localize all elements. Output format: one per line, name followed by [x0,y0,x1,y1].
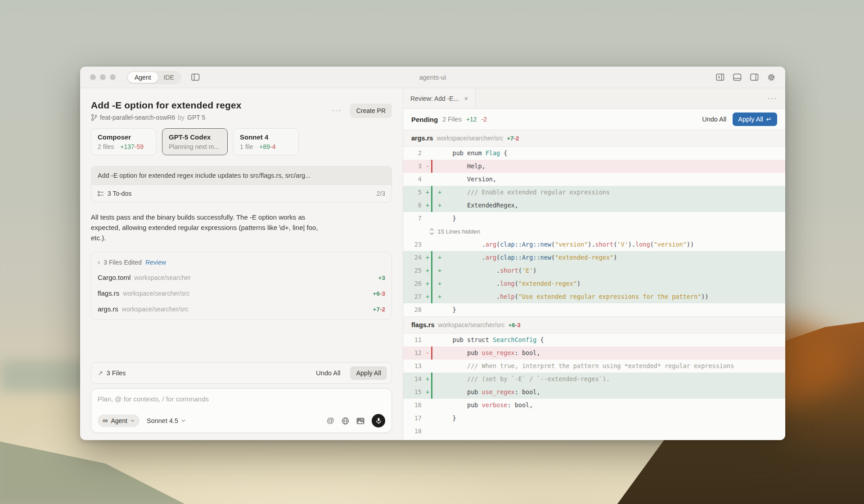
image-icon[interactable] [356,418,364,424]
code-token: } [438,306,456,313]
line-number: 28 [403,303,424,316]
code-text: } [432,412,785,425]
line-change-marker: + [424,277,431,290]
code-token: use_regex [482,388,515,396]
sidebar-toggle-icon[interactable] [191,73,200,81]
close-tab-icon[interactable]: × [464,94,468,102]
agent-mode-dropdown[interactable]: ∞ Agent [98,414,140,427]
todos-progress: 2/3 [377,190,385,197]
maximize-window-button[interactable] [110,74,116,80]
mention-icon[interactable]: @ [327,416,334,425]
diff-count: +7 [373,306,380,313]
diff-area[interactable]: args.rsworkspace/searcher/src+7-22 pub e… [403,130,785,440]
review-undo-all-button[interactable]: Undo All [702,116,726,123]
agent-card[interactable]: Composer2 files·+137-59 [91,128,157,155]
agent-card[interactable]: GPT-5 CodexPlanning next m... [162,128,228,155]
review-apply-all-button[interactable]: Apply All ↵ [733,112,777,126]
diff-count: -2 [380,306,385,313]
diff-count: +6 [508,322,515,328]
review-link[interactable]: Review [145,259,166,266]
close-window-button[interactable] [90,74,96,80]
line-change-marker [424,212,431,225]
more-options-icon[interactable]: ··· [332,106,342,115]
code-token: . [441,254,486,261]
composer-input[interactable] [98,395,385,403]
edited-file-row[interactable]: Cargo.tomlworkspace/searcher+3 [91,270,392,285]
edited-file-name: flags.rs [98,289,119,297]
minimize-window-button[interactable] [100,74,106,80]
code-text: + .long("extended-regex") [432,277,785,290]
diff-count: +3 [378,274,385,281]
line-number: 3 [403,160,424,173]
collapse-panel-icon[interactable] [716,73,724,81]
agent-card[interactable]: Sonnet 41 file·+89-4 [233,128,299,155]
by-label: by [178,114,184,121]
agent-card-name: Sonnet 4 [240,133,292,141]
code-token: } [438,414,456,422]
code-token: ) [577,280,580,287]
diff-line: 16 pub verbose: bool, [403,399,785,412]
review-tab[interactable]: Review: Add -E... × [403,88,476,108]
todo-list-icon [98,191,104,197]
settings-gear-icon[interactable] [767,73,775,81]
diff-line: 18 [403,425,785,438]
edited-file-row[interactable]: flags.rsworkspace/searcher/src+6-3 [91,285,392,301]
code-token: /// Enable extended regular expressions [467,189,610,196]
right-panel-icon[interactable] [750,73,759,81]
edited-file-row[interactable]: args.rsworkspace/searcher/src+7-2 [91,301,392,317]
code-token: ( [515,280,518,287]
diff-line: 13 /// When true, interpret the pattern … [403,360,785,373]
model-dropdown[interactable]: Sonnet 4.5 [147,417,185,424]
line-change-marker [424,412,431,425]
chevron-right-icon: › [98,260,100,265]
code-text: + /// Enable extended regular expression… [432,186,785,199]
pending-deletions: -2 [482,116,487,123]
agent-card-meta: 1 file·+89-4 [240,143,292,150]
code-token: ) [533,267,536,274]
diff-file-path: workspace/searcher/src [436,135,503,142]
diff-file-header[interactable]: flags.rsworkspace/searcher/src+6-3 [403,316,785,333]
apply-all-button[interactable]: Apply All [350,366,387,380]
files-edited-label: 3 Files Edited [104,259,142,266]
diff-file-header[interactable]: args.rsworkspace/searcher/src+7-2 [403,130,785,147]
code-token: Flag [486,149,500,157]
tab-agent[interactable]: Agent [128,72,158,83]
line-change-marker [424,238,431,251]
task-box: Add -E option for extended regex include… [91,166,392,202]
files-edited-header[interactable]: › 3 Files Edited Review [91,254,392,270]
code-text: pub use_regex: bool, [432,346,785,360]
code-token: ExtendedRegex, [467,202,518,209]
diff-count: -3 [515,322,521,328]
todos-row[interactable]: 3 To-dos 2/3 [91,185,392,202]
line-change-marker: + [424,199,431,212]
tab-bar-more-icon[interactable]: ··· [767,94,777,103]
diff-line: 26++ .long("extended-regex") [403,277,785,290]
review-tab-label: Review: Add -E... [410,95,459,102]
code-token: use_regex [482,349,515,356]
line-number: 5 [403,186,424,199]
line-number: 24 [403,251,424,264]
window-controls [90,74,116,80]
model-label: Sonnet 4.5 [147,417,178,424]
undo-all-button[interactable]: Undo All [316,369,340,377]
create-pr-button[interactable]: Create PR [350,104,392,118]
code-token: /// (set by `-E` / `--extended-regex`). [467,375,610,382]
author-name: GPT 5 [187,114,205,121]
microphone-button[interactable] [372,414,385,428]
line-change-marker: + [424,186,431,199]
files-count-label[interactable]: 3 Files [107,369,313,377]
code-token [438,375,467,382]
diff-count: -3 [380,290,385,297]
line-number: 12 [403,346,424,360]
bottom-panel-icon[interactable] [733,73,742,81]
window-title: agents-ui [80,74,785,81]
globe-icon[interactable] [342,417,349,425]
agent-card-name: Composer [98,133,150,141]
code-token: 'V' [617,241,628,248]
code-token: ( [551,254,555,261]
branch-name[interactable]: feat-parallel-search-oswR6 [100,114,175,121]
hidden-lines-expander[interactable]: 15 Lines hidden [403,225,785,238]
review-pane: Review: Add -E... × ··· Pending 2 Files … [403,88,785,440]
diff-count: +6 [373,290,380,297]
tab-ide[interactable]: IDE [158,72,180,83]
